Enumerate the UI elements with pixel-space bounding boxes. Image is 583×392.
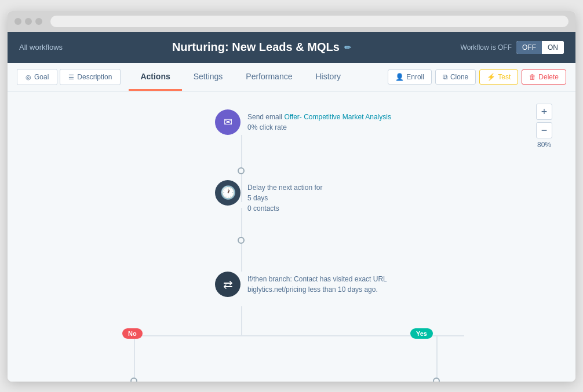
node-branch[interactable]: ⇄ If/then branch: Contact has visited ex…: [215, 272, 387, 297]
test-label: Test: [498, 73, 511, 81]
goal-icon: ◎: [25, 74, 31, 81]
browser-chrome: [8, 11, 575, 32]
tab-bar: ◎ Goal ☰ Description Actions Settings Pe…: [8, 63, 575, 92]
tab-actions[interactable]: Actions: [129, 64, 181, 91]
browser-window: All workflows Nurturing: New Leads & MQL…: [8, 11, 575, 382]
connector-dot-3: [241, 244, 242, 272]
tab-actions-right: 👤 Enroll ⧉ Clone ⚡ Test 🗑 Delete: [388, 69, 566, 85]
branch-icon: ⇄: [215, 272, 241, 297]
delay-icon: 🕐: [215, 180, 241, 206]
node-text-1: Send email Offer- Competitive Market Ana…: [247, 109, 391, 133]
node-text-2: Delay the next action for 5 days 0 conta…: [247, 180, 322, 214]
node1-link: Offer- Competitive Market Analysis: [284, 113, 391, 121]
node1-prefix: Send email: [247, 113, 284, 121]
description-label: Description: [77, 73, 112, 81]
workflow-title-container: Nurturing: New Leads & MQLs ✏: [63, 41, 460, 54]
canvas-inner: + − 80% ✉ Send email Offer- Competitive …: [8, 92, 564, 382]
tab-history-label: History: [315, 72, 341, 81]
connector-no-down: [134, 335, 135, 380]
node-delay[interactable]: 🕐 Delay the next action for 5 days 0 con…: [215, 180, 322, 214]
tab-actions-label: Actions: [140, 72, 170, 81]
node3-line2: biglytics.net/pricing less than 10 days …: [247, 285, 378, 294]
node-send-email-1[interactable]: ✉ Send email Offer- Competitive Market A…: [215, 109, 391, 135]
zoom-controls: + − 80%: [536, 104, 552, 149]
enroll-label: Enroll: [406, 73, 424, 81]
enroll-button[interactable]: 👤 Enroll: [388, 69, 432, 85]
workflow-status: Workflow is OFF OFF ON: [461, 41, 564, 54]
node2-title: Delay the next action for: [247, 184, 322, 192]
email-icon-1: ✉: [215, 109, 241, 135]
delete-button[interactable]: 🗑 Delete: [522, 69, 566, 85]
browser-addressbar: [50, 16, 569, 27]
enroll-icon: 👤: [395, 73, 404, 81]
node2-days: 5 days: [247, 194, 268, 202]
top-nav: All workflows Nurturing: New Leads & MQL…: [8, 32, 575, 63]
connector-branch-down: [241, 306, 242, 335]
test-icon: ⚡: [487, 73, 495, 81]
edit-icon[interactable]: ✏: [344, 43, 351, 52]
tab-performance-label: Performance: [246, 72, 292, 81]
description-button[interactable]: ☰ Description: [60, 69, 121, 85]
goal-button[interactable]: ◎ Goal: [17, 69, 57, 85]
zoom-in-button[interactable]: +: [536, 104, 552, 120]
node1-subtitle: 0% click rate: [247, 123, 287, 131]
dot-yes: [433, 378, 440, 382]
tab-history[interactable]: History: [304, 64, 352, 91]
browser-dot-1: [14, 18, 21, 25]
node3-line1: If/then branch: Contact has visited exac…: [247, 275, 387, 283]
dot-1: [238, 167, 245, 174]
clone-icon: ⧉: [443, 73, 448, 81]
workflow-title-text: Nurturing: New Leads & MQLs: [172, 41, 340, 54]
toggle-on-btn[interactable]: ON: [542, 41, 564, 54]
connector-1-2: [241, 135, 242, 170]
workflow-canvas[interactable]: + − 80% ✉ Send email Offer- Competitive …: [8, 92, 575, 382]
description-icon: ☰: [68, 74, 74, 81]
tab-performance[interactable]: Performance: [234, 64, 304, 91]
clone-label: Clone: [450, 73, 468, 81]
workflow-status-label: Workflow is OFF: [461, 43, 512, 52]
tab-settings[interactable]: Settings: [182, 64, 235, 91]
delete-icon: 🗑: [529, 73, 536, 81]
delete-label: Delete: [538, 73, 559, 81]
branch-no-label: No: [122, 328, 143, 339]
toggle-off-btn[interactable]: OFF: [516, 41, 542, 54]
all-workflows-link[interactable]: All workflows: [19, 43, 63, 52]
tab-settings-label: Settings: [194, 72, 223, 81]
zoom-level-label: 80%: [537, 141, 551, 149]
node2-contacts: 0 contacts: [247, 204, 279, 213]
branch-yes-label: Yes: [410, 328, 433, 339]
clone-button[interactable]: ⧉ Clone: [435, 69, 476, 85]
browser-dot-3: [35, 18, 42, 25]
tab-navigation: Actions Settings Performance History: [123, 64, 385, 90]
node-text-3: If/then branch: Contact has visited exac…: [247, 272, 387, 295]
zoom-out-button[interactable]: −: [536, 122, 552, 138]
browser-dot-2: [25, 18, 32, 25]
dot-no: [130, 378, 137, 382]
dot-2: [238, 237, 245, 244]
workflow-toggle[interactable]: OFF ON: [516, 41, 564, 54]
connector-yes-down: [436, 335, 438, 380]
goal-label: Goal: [34, 73, 49, 81]
test-button[interactable]: ⚡ Test: [479, 69, 518, 85]
